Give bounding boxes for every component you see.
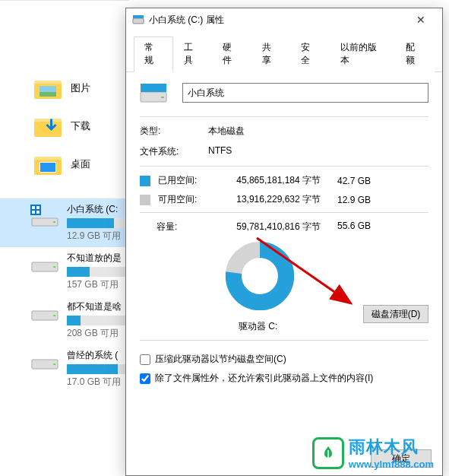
svg-rect-17 (161, 97, 164, 98)
svg-rect-13 (133, 18, 144, 24)
drive-name: 都不知道是啥 (67, 300, 129, 313)
free-label: 可用空间: (158, 193, 217, 206)
drive-item[interactable]: 曾经的系统 ( 17.0 GB 可用 (0, 344, 129, 393)
svg-rect-6 (53, 221, 55, 223)
dialog-tabs: 常规 工具 硬件 共享 安全 以前的版本 配额 (126, 31, 442, 72)
library-pictures[interactable]: 图片 (0, 69, 129, 107)
svg-rect-4 (36, 211, 40, 214)
svg-rect-2 (36, 206, 40, 209)
downloads-folder-icon (34, 116, 62, 137)
svg-rect-10 (53, 315, 55, 316)
annotation-arrow-icon (254, 235, 360, 311)
library-label: 图片 (71, 81, 90, 95)
tab-security[interactable]: 安全 (290, 36, 330, 72)
filesystem-value: NTFS (208, 145, 428, 158)
used-label: 已用空间: (158, 174, 217, 187)
svg-rect-8 (53, 266, 55, 268)
drive-name: 曾经的系统 ( (67, 349, 129, 362)
tab-tools[interactable]: 工具 (173, 36, 213, 72)
svg-rect-16 (141, 84, 166, 92)
type-label: 类型: (140, 125, 208, 138)
desktop-folder-icon (34, 154, 62, 175)
dialog-title: 小白系统 (C:) 属性 (149, 14, 406, 27)
watermark-text: 雨林木风 (349, 436, 434, 459)
drive-icon (30, 302, 59, 325)
drive-item[interactable]: 不知道放的是 157 GB 可用 (0, 247, 129, 296)
drive-icon (30, 253, 59, 276)
drive-icon (30, 351, 59, 373)
drive-free-text: 208 GB 可用 (67, 327, 129, 340)
library-downloads[interactable]: 下载 (0, 107, 129, 145)
svg-rect-3 (32, 211, 35, 214)
dialog-titlebar[interactable]: 小白系统 (C:) 属性 ✕ (126, 8, 442, 31)
drive-icon (132, 14, 144, 26)
compress-checkbox-row[interactable]: 压缩此驱动器以节约磁盘空间(C) (140, 353, 428, 366)
used-swatch-icon (140, 176, 150, 186)
library-desktop[interactable]: 桌面 (0, 145, 129, 183)
svg-rect-12 (53, 363, 55, 365)
filesystem-label: 文件系统: (140, 145, 208, 158)
capacity-gb: 55.6 GB (325, 221, 371, 233)
drive-name: 不知道放的是 (67, 252, 129, 265)
capacity-bytes: 59,781,410,816 字节 (217, 221, 321, 233)
close-button[interactable]: ✕ (406, 11, 436, 28)
library-label: 下载 (71, 119, 90, 133)
drive-large-icon (140, 81, 167, 104)
drive-usage-bar (67, 316, 128, 325)
drive-item-c[interactable]: 小白系统 (C: 12.9 GB 可用 (0, 198, 129, 247)
index-checkbox-row[interactable]: 除了文件属性外，还允许索引此驱动器上文件的内容(I) (140, 372, 428, 385)
drive-letter-label: 驱动器 C: (239, 320, 277, 333)
index-checkbox[interactable] (140, 373, 150, 384)
tab-sharing[interactable]: 共享 (251, 36, 291, 72)
free-swatch-icon (140, 195, 150, 205)
file-explorer-pane: 图片 下载 桌面 (0, 0, 129, 476)
drive-free-text: 17.0 GB 可用 (67, 376, 129, 389)
pictures-folder-icon (34, 78, 62, 99)
drive-free-text: 157 GB 可用 (67, 278, 129, 291)
used-bytes: 45,865,181,184 字节 (222, 174, 321, 187)
drive-usage-bar (67, 218, 128, 228)
watermark-url: www.ylmf888.com (349, 459, 434, 470)
free-bytes: 13,916,229,632 字节 (222, 193, 321, 206)
compress-label: 压缩此驱动器以节约磁盘空间(C) (155, 353, 286, 366)
free-gb: 12.9 GB (325, 195, 371, 205)
svg-line-20 (257, 238, 351, 303)
library-label: 桌面 (71, 157, 90, 171)
used-gb: 42.7 GB (325, 176, 371, 186)
volume-name-input[interactable] (182, 83, 428, 103)
properties-dialog: 小白系统 (C:) 属性 ✕ 常规 工具 硬件 共享 安全 以前的版本 配额 类… (125, 8, 443, 476)
tab-previous[interactable]: 以前的版本 (330, 36, 396, 72)
tab-hardware[interactable]: 硬件 (212, 36, 251, 72)
drive-name: 小白系统 (C: (67, 203, 129, 216)
svg-rect-1 (32, 206, 35, 209)
tab-quota[interactable]: 配额 (395, 36, 435, 72)
drive-usage-bar (67, 364, 128, 374)
system-drive-icon (30, 205, 59, 227)
type-value: 本地磁盘 (208, 125, 428, 138)
disk-cleanup-button[interactable]: 磁盘清理(D) (363, 305, 428, 323)
compress-checkbox[interactable] (140, 354, 150, 365)
watermark: 雨林木风 www.ylmf888.com (312, 436, 434, 470)
drive-free-text: 12.9 GB 可用 (67, 230, 129, 243)
watermark-logo-icon (312, 437, 344, 469)
drive-usage-bar (67, 267, 128, 277)
tab-general[interactable]: 常规 (134, 36, 173, 72)
index-label: 除了文件属性外，还允许索引此驱动器上文件的内容(I) (155, 372, 373, 385)
svg-rect-14 (133, 15, 144, 18)
drive-item[interactable]: 都不知道是啥 208 GB 可用 (0, 296, 129, 344)
capacity-label: 容量: (140, 221, 213, 233)
libraries-list: 图片 下载 桌面 (0, 1, 129, 183)
drives-list: 小白系统 (C: 12.9 GB 可用 不知道放的是 157 GB 可用 (0, 198, 129, 393)
